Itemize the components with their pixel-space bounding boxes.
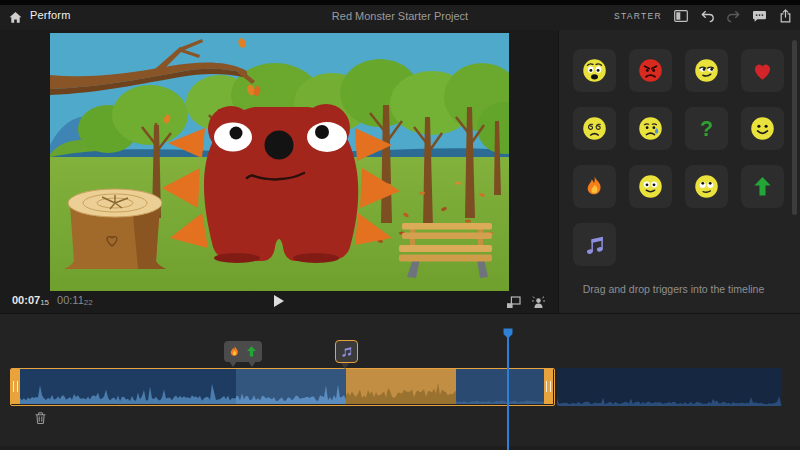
- feedback-bubble-icon: [752, 10, 767, 23]
- play-icon: [273, 294, 285, 308]
- current-frames: 15: [40, 298, 49, 307]
- undo-button[interactable]: [699, 8, 715, 24]
- music-note-icon: [581, 231, 608, 258]
- up-arrow-icon: [749, 173, 776, 200]
- marker-pointer: [248, 361, 256, 367]
- main-area: 00:071500:1122: [0, 30, 800, 313]
- scale-preview-icon: [506, 296, 521, 309]
- clip-segment-tail: [456, 369, 544, 404]
- timeline-track: [0, 368, 800, 406]
- share-button[interactable]: [777, 8, 793, 24]
- total-time: 00:11: [57, 294, 84, 306]
- trigger-scared-face[interactable]: [573, 49, 616, 92]
- timecode: 00:071500:1122: [12, 294, 93, 306]
- panel-toggle-icon: [674, 10, 688, 22]
- trigger-question-mark[interactable]: [685, 107, 728, 150]
- clip-trim-handle-left[interactable]: [11, 369, 20, 404]
- clip-segment-intro: [20, 369, 236, 404]
- heart-icon: [749, 57, 776, 84]
- eye-roll-face-icon: [693, 173, 720, 200]
- undo-icon: [700, 10, 715, 23]
- marker-pointer: [341, 363, 349, 369]
- playhead-line: [507, 334, 509, 450]
- trigger-fire[interactable]: [573, 165, 616, 208]
- trigger-wide-eye-smile-face[interactable]: [629, 165, 672, 208]
- delete-button[interactable]: [33, 410, 48, 426]
- current-time: 00:07: [12, 294, 40, 306]
- redo-icon: [726, 10, 741, 23]
- camera-tracking-icon: [531, 295, 546, 309]
- transport-bar: 00:071500:1122: [0, 291, 558, 313]
- trigger-smirk-face[interactable]: [685, 49, 728, 92]
- angry-face-icon: [637, 57, 664, 84]
- panel-toggle-button[interactable]: [673, 8, 689, 24]
- trigger-smile-face[interactable]: [741, 107, 784, 150]
- smile-face-icon: [749, 115, 776, 142]
- sad-tear-face-icon: [637, 115, 664, 142]
- wide-eye-smile-face-icon: [637, 173, 664, 200]
- clip-segment-music: [346, 369, 456, 404]
- question-mark-icon: [693, 115, 720, 142]
- smirk-face-icon: [693, 57, 720, 84]
- trigger-sad-tear-face[interactable]: [629, 107, 672, 150]
- camera-tracking-button[interactable]: [530, 294, 546, 310]
- clip-trim-handle-right[interactable]: [544, 369, 553, 404]
- top-bar: Perform Red Monster Starter Project STAR…: [0, 0, 800, 30]
- trigger-music-note[interactable]: [573, 223, 616, 266]
- dizzy-face-icon: [581, 115, 608, 142]
- preview-scene: [50, 33, 509, 291]
- fire-icon: [227, 344, 242, 359]
- trigger-angry-face[interactable]: [629, 49, 672, 92]
- topbar-actions: STARTER: [614, 5, 793, 27]
- share-icon: [779, 9, 792, 23]
- preview-panel: 00:071500:1122: [0, 30, 558, 313]
- timeline-panel: [0, 313, 800, 450]
- feedback-button[interactable]: [751, 8, 767, 24]
- scale-preview-button[interactable]: [505, 294, 521, 310]
- total-frames: 22: [84, 298, 93, 307]
- clip-segment-trigger: [236, 369, 346, 404]
- timeline-footer: [0, 446, 800, 450]
- timeline-marker-music[interactable]: [335, 340, 358, 363]
- scrollbar[interactable]: [792, 40, 797, 215]
- music-note-icon: [339, 344, 354, 359]
- triggers-hint: Drag and drop triggers into the timeline: [559, 283, 788, 295]
- redo-button[interactable]: [725, 8, 741, 24]
- up-arrow-icon: [244, 344, 259, 359]
- trigger-up-arrow[interactable]: [741, 165, 784, 208]
- marker-pointer: [229, 361, 237, 367]
- audio-clip-selected[interactable]: [10, 368, 555, 406]
- trigger-eye-roll-face[interactable]: [685, 165, 728, 208]
- trigger-grid: [573, 49, 784, 266]
- timeline-marker-fire-arrow[interactable]: [224, 341, 262, 362]
- tree-stump: [64, 189, 166, 269]
- app-window: Perform Red Monster Starter Project STAR…: [0, 0, 800, 450]
- scared-face-icon: [581, 57, 608, 84]
- trash-icon: [33, 410, 48, 426]
- fire-icon: [581, 173, 608, 200]
- trigger-dizzy-face[interactable]: [573, 107, 616, 150]
- triggers-panel: Drag and drop triggers into the timeline: [558, 30, 800, 313]
- playhead[interactable]: [503, 325, 513, 450]
- play-button[interactable]: [273, 294, 287, 309]
- audio-clip-unselected[interactable]: [557, 368, 782, 406]
- trigger-heart[interactable]: [741, 49, 784, 92]
- plan-badge: STARTER: [614, 11, 662, 21]
